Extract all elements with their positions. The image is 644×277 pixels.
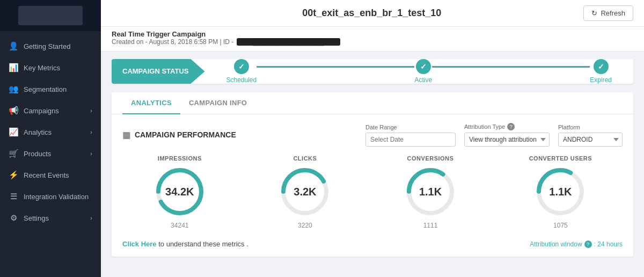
section-title: ▦ CAMPAIGN PERFORMANCE [122,130,236,140]
nav-label-analytics: Analytics [24,128,52,136]
nav-label-campaigns: Campaigns [24,107,59,115]
bar-chart-icon: ▦ [122,130,130,140]
filters: Date Range Attribution Type ? View throu… [365,123,623,147]
step-active: ✓ Active [414,59,432,84]
sidebar: 👤 Getting Started 📊 Key Metrics 👥 Segmen… [0,0,101,277]
metric-card-clicks: CLICKS 3.2K 3220 [278,155,332,229]
step-label-2: Expired [590,76,612,84]
refresh-icon: ↻ [591,9,597,17]
sidebar-item-settings[interactable]: ⚙ Settings › [0,207,101,229]
sidebar-item-products[interactable]: 🛒 Products › [0,143,101,164]
nav-label-key-metrics: Key Metrics [24,64,60,72]
refresh-button[interactable]: ↻ Refresh [583,5,633,21]
metric-value-conversions: 1.1K [419,186,442,198]
refresh-label: Refresh [601,9,625,17]
nav-label-recent-events: Recent Events [24,171,69,179]
analytics-top: ▦ CAMPAIGN PERFORMANCE Date Range Attrib… [122,123,623,147]
metric-raw-impressions: 34241 [171,222,188,229]
analytics-panel: ▦ CAMPAIGN PERFORMANCE Date Range Attrib… [112,114,633,257]
donut-clicks: 3.2K [278,165,332,218]
donut-conversions: 1.1K [404,165,457,218]
step-label-0: Scheduled [226,76,257,84]
chevron-icon-analytics: › [90,129,92,135]
metric-value-impressions: 34.2K [165,186,194,198]
platform-select[interactable]: ANDROIDIOS [558,133,623,147]
attribution-window: Attribution window ? : 24 hours [530,240,623,248]
date-range-label: Date Range [365,124,456,130]
step-label-1: Active [414,76,432,84]
nav-label-getting-started: Getting Started [24,42,70,50]
step-line-1 [257,66,414,68]
status-label: CAMPAIGN STATUS [112,59,205,84]
date-range-group: Date Range [365,124,456,147]
attribution-help-icon[interactable]: ? [507,123,515,130]
status-steps: ✓ Scheduled ✓ Active ✓ Expired [205,59,634,84]
click-here-link[interactable]: Click Here [122,240,157,248]
metric-raw-conversions: 1111 [423,222,438,229]
chevron-icon-products: › [90,150,92,157]
campaign-id: █████████████████ [237,38,340,46]
metric-card-impressions: IMPRESSIONS 34.2K 34241 [153,155,207,229]
metric-title-converted-users: CONVERTED USERS [529,155,592,162]
chevron-icon-campaigns: › [90,107,92,114]
donut-impressions: 34.2K [153,165,207,218]
metric-card-converted-users: CONVERTED USERS 1.1K 1075 [529,155,592,229]
step-circle-2: ✓ [594,59,609,74]
nav-icon-analytics: 📈 [9,127,18,137]
sidebar-item-segmentation[interactable]: 👥 Segmentation [0,78,101,100]
attribution-window-help-icon[interactable]: ? [584,240,592,248]
step-scheduled: ✓ Scheduled [226,59,257,84]
nav-icon-segmentation: 👥 [9,84,18,94]
nav-label-integration-validation: Integration Validation [24,193,89,201]
top-header: 00t_exit_as_enb_br_1_test_10 ↻ Refresh [101,0,644,27]
sidebar-logo [0,0,101,31]
sidebar-item-integration-validation[interactable]: ☰ Integration Validation [0,186,101,207]
platform-group: Platform ANDROIDIOS [558,124,623,147]
sidebar-item-key-metrics[interactable]: 📊 Key Metrics [0,57,101,78]
step-line-2 [432,66,590,68]
metric-card-conversions: CONVERSIONS 1.1K 1111 [404,155,457,229]
attribution-type-label: Attribution Type ? [464,123,550,130]
sidebar-item-getting-started[interactable]: 👤 Getting Started [0,35,101,57]
metric-title-conversions: CONVERSIONS [407,155,454,162]
sidebar-item-campaigns[interactable]: 📢 Campaigns › [0,100,101,121]
metric-raw-clicks: 3220 [298,222,312,229]
nav-icon-integration-validation: ☰ [9,192,18,201]
nav-icon-getting-started: 👤 [9,41,18,51]
campaign-created: Created on - August 8, 2018 6:58 PM | ID… [112,38,633,46]
date-range-input[interactable] [365,133,456,147]
nav-icon-settings: ⚙ [9,213,18,223]
metric-value-clicks: 3.2K [294,186,316,198]
content-area: CAMPAIGN STATUS ✓ Scheduled ✓ Active ✓ E… [101,52,644,277]
attribution-type-group: Attribution Type ? View through attribut… [464,123,550,147]
logo [18,6,83,25]
nav-icon-products: 🛒 [9,149,18,158]
nav-icon-recent-events: ⚡ [9,170,18,180]
nav-label-settings: Settings [24,214,49,222]
sidebar-item-analytics[interactable]: 📈 Analytics › [0,121,101,143]
sidebar-item-recent-events[interactable]: ⚡ Recent Events [0,164,101,186]
chevron-icon-settings: › [90,215,92,221]
sidebar-nav: 👤 Getting Started 📊 Key Metrics 👥 Segmen… [0,31,101,277]
step-circle-0: ✓ [234,59,249,74]
metric-title-impressions: IMPRESSIONS [158,155,202,162]
campaign-type: Real Time Trigger Campaign [112,30,633,38]
metrics-help-link: Click Here to understand these metrics . [122,240,248,248]
attribution-type-select[interactable]: View through attributionClick through at… [464,133,550,147]
nav-label-segmentation: Segmentation [24,85,67,93]
metric-raw-converted-users: 1075 [553,222,568,229]
nav-icon-key-metrics: 📊 [9,63,18,72]
tabs-container: ANALYTICSCAMPAIGN INFO ▦ CAMPAIGN PERFOR… [112,92,633,257]
metric-title-clicks: CLICKS [293,155,317,162]
nav-label-products: Products [24,150,51,158]
donut-converted-users: 1.1K [533,165,587,218]
platform-label: Platform [558,124,623,130]
analytics-footer: Click Here to understand these metrics .… [122,237,623,248]
step-expired: ✓ Expired [590,59,612,84]
main-content: 00t_exit_as_enb_br_1_test_10 ↻ Refresh R… [101,0,644,277]
tab-analytics[interactable]: ANALYTICS [122,92,180,114]
step-circle-1: ✓ [416,59,431,74]
metrics-row: IMPRESSIONS 34.2K 34241 CLICKS 3.2K 3220… [122,155,623,229]
campaign-title: 00t_exit_as_enb_br_1_test_10 [160,8,583,19]
tab-campaign-info[interactable]: CAMPAIGN INFO [180,92,255,114]
